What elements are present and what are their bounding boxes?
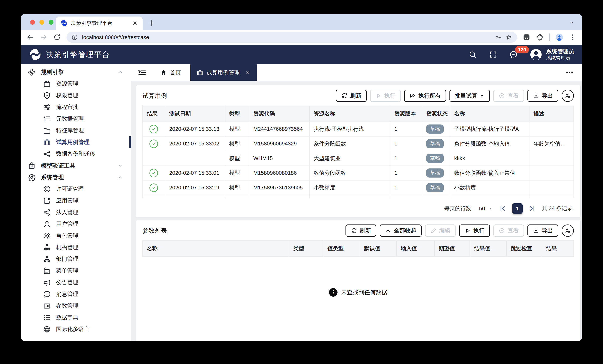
sidebar-item-resource[interactable]: 资源管理 bbox=[21, 78, 131, 90]
col-param-name: 名称 bbox=[143, 241, 289, 257]
close-window-button[interactable] bbox=[30, 20, 35, 25]
app-header: 决策引擎管理平台 120 系统管理员 系统管理员 bbox=[21, 45, 582, 64]
refresh-button[interactable]: 刷新 bbox=[336, 90, 367, 102]
sidebar-item-roles[interactable]: 角色管理 bbox=[21, 230, 131, 241]
params-export-button[interactable]: 导出 bbox=[527, 225, 558, 237]
last-page-icon[interactable] bbox=[529, 205, 536, 212]
forward-icon[interactable] bbox=[40, 34, 47, 41]
sidebar-item-label: 机构管理 bbox=[56, 244, 78, 251]
chevron-down-icon bbox=[117, 163, 123, 169]
reload-icon[interactable] bbox=[53, 34, 61, 41]
search-icon[interactable] bbox=[469, 50, 477, 59]
minimize-window-button[interactable] bbox=[39, 20, 44, 25]
sidebar-group-model-tools[interactable]: 模型验证工具 bbox=[21, 160, 131, 171]
execute-all-button[interactable]: 执行所有 bbox=[404, 90, 446, 102]
password-key-icon[interactable] bbox=[495, 34, 501, 41]
col-result: 结果 bbox=[143, 106, 165, 122]
user-menu[interactable]: 系统管理员 系统管理员 bbox=[530, 48, 574, 61]
more-options-icon[interactable] bbox=[565, 68, 574, 77]
extension-app-icon[interactable] bbox=[523, 34, 530, 41]
sidebar-group-label: 系统管理 bbox=[41, 173, 64, 181]
params-view-button[interactable]: 查看 bbox=[493, 225, 524, 237]
new-tab-button[interactable] bbox=[147, 19, 156, 27]
cell-resname: 执行流-子模型执行流 bbox=[310, 122, 390, 136]
sidebar-item-dept[interactable]: 部门管理 bbox=[21, 253, 131, 265]
messages-button[interactable]: 120 bbox=[510, 50, 518, 59]
sidebar-item-i18n[interactable]: 国际化多语言 bbox=[21, 323, 131, 335]
params-refresh-button[interactable]: 刷新 bbox=[346, 225, 376, 237]
sidebar-item-label: 数据备份和迁移 bbox=[56, 150, 95, 158]
tab-testcase-active[interactable]: 试算用例管理 bbox=[190, 64, 257, 81]
check-circle-icon bbox=[150, 139, 158, 148]
table-row[interactable]: 2020-02-07 15:33:01 模型 M1580960080186 数值… bbox=[143, 166, 574, 180]
browser-tab[interactable]: 决策引擎管理平台 bbox=[56, 16, 143, 30]
sidebar-item-metadata[interactable]: 123 元数据管理 bbox=[21, 113, 131, 125]
current-page-button[interactable]: 1 bbox=[512, 203, 523, 214]
col-name: 名称 bbox=[450, 106, 529, 122]
collapse-all-button[interactable]: 全部收起 bbox=[380, 225, 422, 237]
sidebar-item-approval[interactable]: 流程审批 bbox=[21, 101, 131, 113]
view-icon bbox=[499, 92, 505, 99]
sidebar-item-params[interactable]: 参数管理 bbox=[21, 300, 131, 312]
cell-code: M1580960694329 bbox=[249, 136, 310, 151]
table-row[interactable]: 2020-02-07 15:33:19 模型 M175896736139605 … bbox=[143, 180, 574, 195]
sidebar-item-backup[interactable]: 数据备份和迁移 bbox=[21, 148, 131, 160]
table-row[interactable]: 模型 WHM15 大型建筑业 1 草稿 kkkk bbox=[143, 151, 574, 166]
edit-button[interactable]: 编辑 bbox=[425, 225, 456, 237]
sidebar-item-users[interactable]: 用户管理 bbox=[21, 218, 131, 230]
export-button[interactable]: 导出 bbox=[527, 90, 558, 102]
batch-calc-button[interactable]: 批量试算 bbox=[450, 90, 490, 102]
sidebar-item-dictionary[interactable]: 数据字典 bbox=[21, 312, 131, 323]
sidebar-item-menus[interactable]: 菜单管理 bbox=[21, 265, 131, 277]
cell-version: 1 bbox=[390, 151, 422, 166]
tab-close-icon[interactable] bbox=[245, 70, 250, 75]
params-execute-button[interactable]: 执行 bbox=[459, 225, 490, 237]
cell-name: 小数精度 bbox=[450, 180, 529, 195]
draft-badge: 草稿 bbox=[426, 125, 444, 134]
tab-close-icon[interactable] bbox=[132, 20, 138, 26]
tab-search-button[interactable] bbox=[567, 19, 576, 26]
cell-version: 1 bbox=[390, 136, 422, 151]
params-column-settings-button[interactable] bbox=[562, 225, 574, 237]
sidebar-group-system[interactable]: 系统管理 bbox=[21, 171, 131, 183]
browser-profile-icon[interactable] bbox=[556, 34, 563, 41]
bookmark-star-icon[interactable] bbox=[506, 34, 512, 41]
sidebar-item-permission[interactable]: 权限管理 bbox=[21, 90, 131, 101]
sidebar-item-legal-entity[interactable]: 法人管理 bbox=[21, 206, 131, 218]
tab-home[interactable]: 首页 bbox=[154, 64, 187, 81]
execute-button[interactable]: 执行 bbox=[370, 90, 401, 102]
extensions-puzzle-icon[interactable] bbox=[536, 34, 544, 41]
col-date: 测试日期 bbox=[165, 106, 225, 122]
caret-down-icon bbox=[480, 93, 485, 98]
first-page-icon[interactable] bbox=[499, 205, 506, 212]
browser-menu-icon[interactable] bbox=[569, 34, 577, 41]
sidebar-group-rule-engine[interactable]: 规则引擎 bbox=[21, 66, 131, 78]
cell-desc bbox=[529, 180, 574, 195]
sidebar-item-feature[interactable]: 特征库管理 bbox=[21, 125, 131, 136]
page-size-select[interactable]: 50 bbox=[479, 205, 493, 212]
sidebar-item-testcase[interactable]: 试算用例管理 bbox=[21, 136, 131, 148]
fullscreen-icon[interactable] bbox=[489, 50, 497, 59]
sidebar-group-label: 模型验证工具 bbox=[41, 162, 75, 170]
table-row[interactable]: 2020-02-07 15:33:13 模型 M244147668973564 … bbox=[143, 122, 574, 136]
empty-state: i 未查找到任何数据 bbox=[142, 257, 574, 341]
browser-toolbar: localhost:8080/#/re/testcase bbox=[21, 30, 582, 45]
zoom-window-button[interactable] bbox=[49, 20, 53, 25]
table-row[interactable]: 2020-02-07 15:33:02 模型 M1580960694329 条件… bbox=[143, 136, 574, 151]
site-info-icon[interactable] bbox=[71, 34, 78, 41]
sidebar-item-notices[interactable]: 公告管理 bbox=[21, 277, 131, 288]
play-all-icon bbox=[410, 92, 416, 99]
dept-chart-icon bbox=[43, 255, 51, 263]
sidebar-item-messages[interactable]: 消息管理 bbox=[21, 288, 131, 300]
sidebar-item-apps[interactable]: 应用管理 bbox=[21, 195, 131, 206]
sidebar-item-label: 角色管理 bbox=[56, 232, 78, 239]
sidebar-fold-icon[interactable] bbox=[138, 68, 147, 77]
cell-code: M244147668973564 bbox=[249, 122, 310, 136]
column-settings-button[interactable] bbox=[562, 90, 574, 102]
view-button[interactable]: 查看 bbox=[493, 90, 524, 102]
refresh-icon bbox=[341, 92, 348, 99]
address-bar[interactable]: localhost:8080/#/re/testcase bbox=[67, 32, 517, 43]
back-icon[interactable] bbox=[26, 34, 34, 41]
sidebar-item-org[interactable]: 机构管理 bbox=[21, 241, 131, 253]
sidebar-item-license[interactable]: 许可证管理 bbox=[21, 183, 131, 195]
